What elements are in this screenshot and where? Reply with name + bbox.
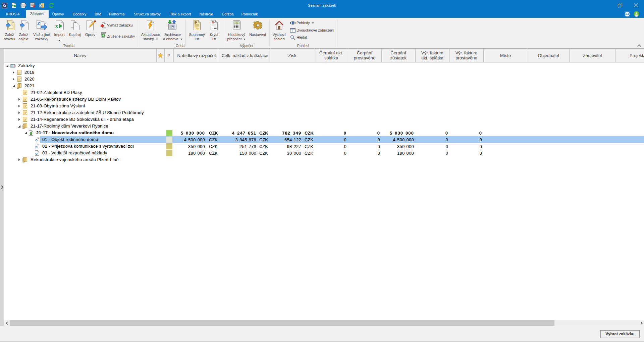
svg-text:Z: Z: [37, 21, 40, 26]
svg-text:Kr: Kr: [3, 4, 6, 8]
svg-text:o: o: [35, 151, 38, 155]
svg-text:o: o: [35, 145, 38, 149]
svg-text:o: o: [35, 138, 38, 142]
svg-text:01: 01: [235, 22, 238, 24]
svg-text:x: x: [55, 23, 58, 29]
